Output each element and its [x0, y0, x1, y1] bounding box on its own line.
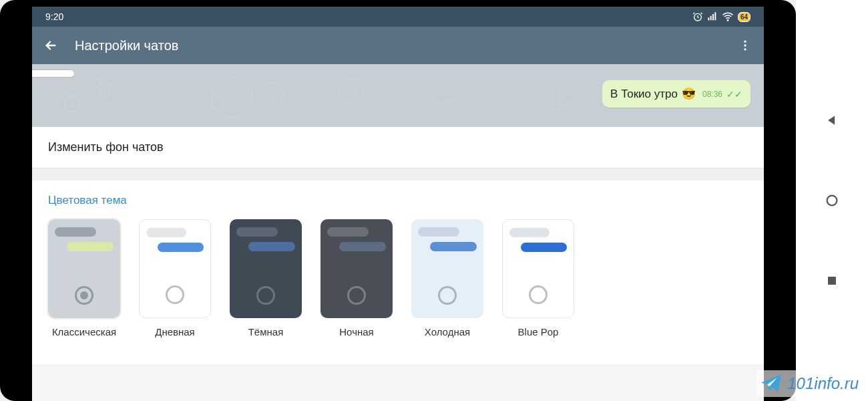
theme-label: Blue Pop [518, 326, 559, 338]
battery-badge: 64 [738, 12, 750, 22]
svg-rect-2 [710, 16, 712, 21]
wifi-icon [722, 11, 734, 23]
svg-rect-1 [708, 17, 709, 20]
nav-back-button[interactable] [824, 112, 840, 128]
incoming-bubble-icon [418, 227, 459, 237]
radio-icon [438, 286, 457, 305]
theme-label: Дневная [155, 326, 195, 338]
watermark-text: 101info.ru [787, 374, 859, 393]
outgoing-bubble-icon [339, 242, 386, 251]
theme-label: Холодная [425, 326, 470, 338]
incoming-bubble-icon [327, 227, 369, 237]
theme-option[interactable]: Тёмная [230, 219, 302, 338]
emoji-icon: 😎 [682, 87, 696, 101]
radio-icon [75, 286, 93, 305]
svg-point-6 [744, 41, 746, 43]
incoming-bubble-icon [509, 228, 550, 237]
outgoing-bubble-icon [158, 243, 204, 252]
outgoing-bubble-icon [430, 242, 477, 251]
radio-icon [166, 285, 184, 304]
signal-icon [707, 11, 718, 22]
change-background-row[interactable]: Изменить фон чатов [32, 127, 764, 168]
svg-rect-4 [714, 12, 716, 20]
watermark: 101info.ru [756, 370, 861, 397]
theme-card [411, 219, 483, 318]
app-bar: Настройки чатов [32, 27, 764, 64]
section-divider [32, 168, 764, 180]
outgoing-bubble-icon [521, 243, 567, 252]
svg-point-11 [339, 79, 363, 103]
chat-preview: В Токио утро 😎 08:36 ✓✓ [32, 64, 764, 127]
theme-list: КлассическаяДневнаяТёмнаяНочнаяХолоднаяB… [48, 219, 748, 338]
theme-card [320, 219, 393, 318]
color-theme-section: Цветовая тема КлассическаяДневнаяТёмнаяН… [32, 180, 764, 364]
system-nav-bar [796, 0, 868, 401]
nav-home-button[interactable] [824, 192, 840, 209]
radio-icon [347, 286, 366, 305]
outgoing-bubble-icon [67, 242, 114, 251]
status-time: 9:20 [45, 11, 63, 22]
theme-option[interactable]: Ночная [320, 219, 393, 338]
theme-label: Классическая [52, 326, 116, 338]
color-theme-header: Цветовая тема [48, 194, 748, 207]
theme-option[interactable]: Классическая [48, 219, 120, 338]
svg-point-12 [827, 196, 837, 206]
screen: 9:20 64 Настройки чатов В Токио утро 😎 [32, 7, 764, 401]
back-button[interactable] [43, 37, 59, 53]
theme-card [230, 219, 302, 318]
svg-rect-13 [828, 277, 836, 285]
incoming-bubble-icon [55, 227, 96, 237]
alarm-icon [692, 11, 703, 22]
svg-point-5 [727, 20, 728, 21]
incoming-bubble-clip [32, 70, 75, 78]
status-icons: 64 [692, 11, 750, 23]
nav-recent-button[interactable] [824, 273, 840, 289]
theme-option[interactable]: Холодная [411, 219, 483, 338]
theme-card [502, 219, 574, 318]
read-check-icon: ✓✓ [726, 89, 742, 100]
svg-point-10 [212, 78, 252, 118]
message-time: 08:36 [702, 90, 722, 99]
status-bar: 9:20 64 [32, 7, 764, 27]
svg-point-8 [744, 48, 746, 50]
preview-message-bubble: В Токио утро 😎 08:36 ✓✓ [602, 80, 750, 108]
svg-point-7 [744, 44, 746, 46]
page-title: Настройки чатов [75, 38, 737, 53]
theme-card [48, 219, 120, 318]
message-text: В Токио утро [610, 88, 678, 101]
theme-label: Ночная [339, 326, 373, 338]
svg-point-9 [64, 96, 80, 112]
radio-icon [256, 286, 275, 305]
telegram-icon [759, 372, 783, 396]
svg-rect-3 [712, 14, 714, 20]
incoming-bubble-icon [146, 228, 186, 237]
theme-card [139, 219, 211, 318]
theme-option[interactable]: Blue Pop [502, 219, 574, 338]
incoming-bubble-icon [236, 227, 278, 237]
theme-label: Тёмная [248, 326, 284, 338]
radio-icon [529, 285, 548, 304]
outgoing-bubble-icon [248, 242, 295, 251]
phone-frame: 9:20 64 Настройки чатов В Токио утро 😎 [0, 0, 796, 401]
more-menu-button[interactable] [737, 39, 753, 52]
theme-option[interactable]: Дневная [139, 219, 211, 338]
